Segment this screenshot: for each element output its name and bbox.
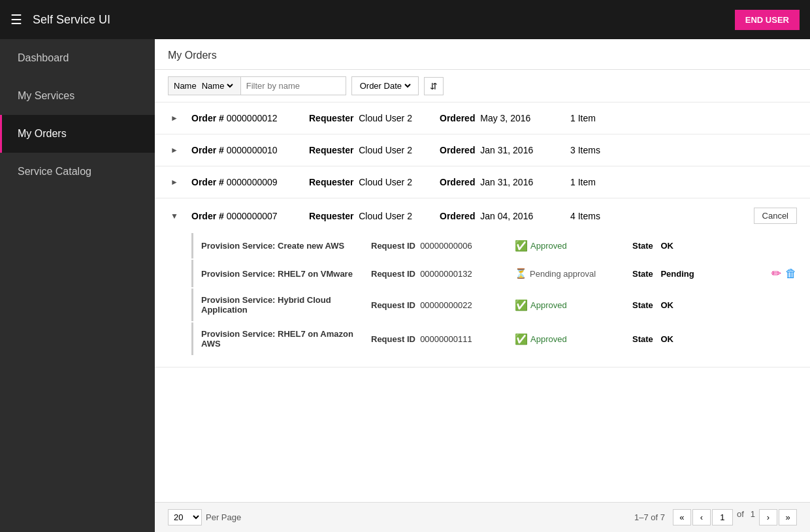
order-date: Ordered Jan 31, 2016 bbox=[440, 177, 570, 187]
pagination-info: 1–7 of 7 bbox=[241, 512, 665, 522]
edit-icon[interactable]: ✏ bbox=[771, 266, 781, 281]
page-title: My Orders bbox=[168, 50, 797, 61]
header: ☰ Self Service UI END USER bbox=[0, 0, 810, 39]
detail-state: State OK bbox=[632, 334, 797, 344]
detail-request-id: Request ID 00000000111 bbox=[371, 334, 515, 344]
detail-row: Provision Service: RHEL7 on VMware Reque… bbox=[191, 260, 797, 287]
detail-state: State OK bbox=[632, 241, 797, 251]
order-details: Provision Service: Create new AWS Reques… bbox=[155, 233, 810, 368]
total-pages: 1 bbox=[751, 509, 755, 525]
pagination-controls: « ‹ of 1 › » bbox=[673, 509, 797, 525]
order-items-count: 1 Item bbox=[570, 113, 797, 123]
sidebar: Dashboard My Services My Orders Service … bbox=[0, 39, 155, 532]
order-date: Ordered Jan 04, 2016 bbox=[440, 211, 570, 221]
detail-request-id: Request ID 00000000006 bbox=[371, 241, 515, 251]
current-page-input[interactable] bbox=[712, 509, 733, 525]
order-requester: Requester Cloud User 2 bbox=[309, 211, 440, 221]
order-date: Ordered Jan 31, 2016 bbox=[440, 145, 570, 155]
approved-icon: ✅ bbox=[515, 240, 528, 252]
order-row-expanded: ▼ Order # 0000000007 Requester Cloud Use… bbox=[155, 198, 810, 233]
per-page-control: 20 50 100 Per Page bbox=[168, 509, 241, 525]
detail-status: ✅ Approved bbox=[515, 333, 632, 345]
order-items-count: 4 Items bbox=[570, 211, 754, 221]
name-filter-group: Name Name bbox=[168, 76, 346, 95]
prev-page-button[interactable]: ‹ bbox=[692, 509, 711, 525]
cancel-button[interactable]: Cancel bbox=[754, 208, 797, 224]
detail-service-name: Provision Service: Create new AWS bbox=[201, 241, 371, 251]
order-number: Order # 0000000007 bbox=[191, 211, 309, 221]
expand-button[interactable]: ► bbox=[168, 176, 181, 189]
order-row: ► Order # 0000000009 Requester Cloud Use… bbox=[155, 166, 810, 198]
main-content: My Orders Name Name Order Date ⇵ bbox=[155, 39, 810, 532]
order-items-count: 1 Item bbox=[570, 177, 797, 187]
order-number: Order # 0000000009 bbox=[191, 177, 309, 187]
page-header: My Orders bbox=[155, 39, 810, 70]
detail-state: State Pending bbox=[632, 269, 771, 279]
sidebar-item-my-services[interactable]: My Services bbox=[0, 77, 155, 115]
detail-status: ⏳ Pending approval bbox=[515, 268, 632, 279]
end-user-button[interactable]: END USER bbox=[735, 10, 800, 30]
page-of-label: of bbox=[737, 509, 744, 525]
layout: Dashboard My Services My Orders Service … bbox=[0, 39, 810, 532]
state-value: OK bbox=[660, 334, 673, 344]
state-value: OK bbox=[660, 241, 673, 251]
detail-status: ✅ Approved bbox=[515, 240, 632, 252]
sidebar-item-dashboard[interactable]: Dashboard bbox=[0, 39, 155, 77]
toolbar: Name Name Order Date ⇵ bbox=[155, 70, 810, 102]
detail-row: Provision Service: Create new AWS Reques… bbox=[191, 233, 797, 258]
order-requester: Requester Cloud User 2 bbox=[309, 145, 440, 155]
status-text: Approved bbox=[530, 300, 567, 310]
approved-icon: ✅ bbox=[515, 333, 528, 345]
status-text: Approved bbox=[530, 241, 567, 251]
order-requester: Requester Cloud User 2 bbox=[309, 113, 440, 123]
hamburger-icon[interactable]: ☰ bbox=[10, 12, 22, 27]
filter-type-select[interactable]: Name bbox=[199, 80, 235, 91]
detail-status: ✅ Approved bbox=[515, 299, 632, 311]
date-select-dropdown[interactable]: Order Date bbox=[357, 80, 413, 91]
expand-button[interactable]: ► bbox=[168, 112, 181, 125]
detail-request-id: Request ID 00000000132 bbox=[371, 269, 515, 279]
per-page-label: Per Page bbox=[206, 512, 241, 522]
detail-request-id: Request ID 00000000022 bbox=[371, 300, 515, 310]
sort-button[interactable]: ⇵ bbox=[424, 77, 444, 95]
order-row: ► Order # 0000000012 Requester Cloud Use… bbox=[155, 102, 810, 134]
approved-icon: ✅ bbox=[515, 299, 528, 311]
collapse-button[interactable]: ▼ bbox=[168, 210, 181, 223]
status-text: Approved bbox=[530, 334, 567, 344]
sidebar-item-my-orders[interactable]: My Orders bbox=[0, 115, 155, 153]
order-items-count: 3 Items bbox=[570, 145, 797, 155]
detail-service-name: Provision Service: RHEL7 on Amazon AWS bbox=[201, 329, 371, 349]
per-page-select[interactable]: 20 50 100 bbox=[168, 509, 202, 525]
order-row: ► Order # 0000000010 Requester Cloud Use… bbox=[155, 134, 810, 166]
app-title: Self Service UI bbox=[33, 13, 735, 27]
expand-button[interactable]: ► bbox=[168, 144, 181, 157]
sidebar-item-service-catalog[interactable]: Service Catalog bbox=[0, 153, 155, 191]
order-date: Ordered May 3, 2016 bbox=[440, 113, 570, 123]
orders-list: ► Order # 0000000012 Requester Cloud Use… bbox=[155, 102, 810, 502]
detail-service-name: Provision Service: RHEL7 on VMware bbox=[201, 269, 371, 279]
order-number: Order # 0000000012 bbox=[191, 113, 309, 123]
first-page-button[interactable]: « bbox=[673, 509, 691, 525]
pending-icon: ⏳ bbox=[515, 268, 527, 279]
date-select[interactable]: Order Date bbox=[351, 76, 419, 95]
filter-label: Name Name bbox=[169, 77, 241, 95]
order-requester: Requester Cloud User 2 bbox=[309, 177, 440, 187]
next-page-button[interactable]: › bbox=[759, 509, 777, 525]
detail-service-name: Provision Service: Hybrid Cloud Applicat… bbox=[201, 295, 371, 315]
last-page-button[interactable]: » bbox=[779, 509, 797, 525]
detail-row: Provision Service: RHEL7 on Amazon AWS R… bbox=[191, 322, 797, 355]
status-text: Pending approval bbox=[530, 269, 596, 279]
order-number: Order # 0000000010 bbox=[191, 145, 309, 155]
state-value: Pending bbox=[660, 269, 694, 279]
detail-state: State OK bbox=[632, 300, 797, 310]
state-value: OK bbox=[660, 300, 673, 310]
action-icons: ✏ 🗑 bbox=[771, 266, 797, 281]
detail-row: Provision Service: Hybrid Cloud Applicat… bbox=[191, 289, 797, 321]
footer: 20 50 100 Per Page 1–7 of 7 « ‹ of 1 › » bbox=[155, 502, 810, 532]
delete-icon[interactable]: 🗑 bbox=[785, 267, 797, 281]
filter-input[interactable] bbox=[241, 78, 346, 94]
